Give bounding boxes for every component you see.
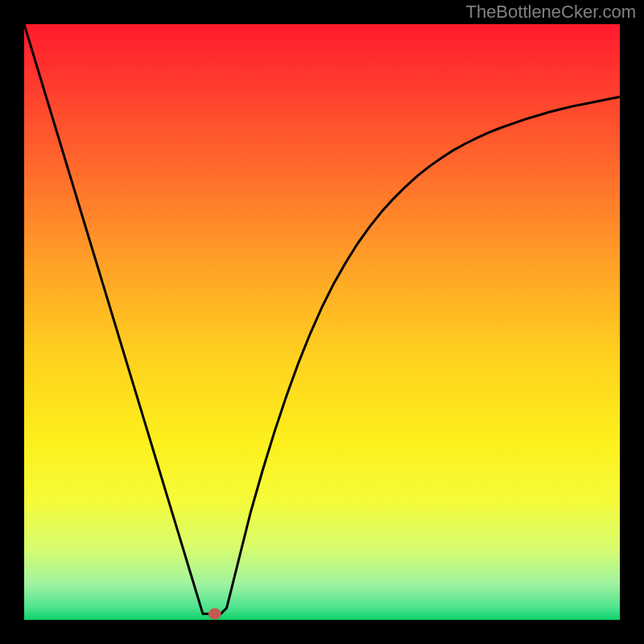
watermark-text: TheBottleneCker.com xyxy=(465,2,636,23)
plot-area xyxy=(24,24,620,620)
optimum-marker xyxy=(208,609,221,620)
chart-container: TheBottleneCker.com xyxy=(0,0,644,644)
chart-svg xyxy=(24,24,620,620)
